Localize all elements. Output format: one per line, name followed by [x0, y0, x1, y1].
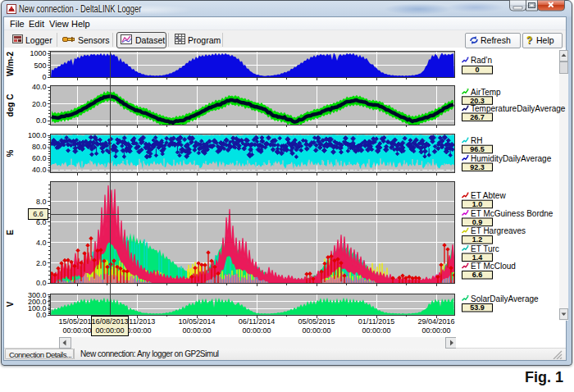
svg-text:1.0: 1.0	[472, 200, 483, 208]
svg-text:40.0: 40.0	[32, 83, 47, 91]
svg-text:HumidityDailyAverage: HumidityDailyAverage	[471, 154, 552, 163]
svg-text:53.9: 53.9	[470, 303, 485, 312]
svg-text:%: %	[6, 149, 15, 157]
svg-text:Rad’n: Rad’n	[471, 56, 492, 65]
svg-text:40.0: 40.0	[32, 166, 47, 174]
svg-text:00:00:00: 00:00:00	[302, 326, 330, 335]
svg-text:E: E	[6, 230, 15, 235]
svg-text:1.4: 1.4	[472, 253, 483, 262]
svg-text:20.0: 20.0	[32, 100, 47, 108]
svg-text:2.0: 2.0	[36, 259, 47, 267]
svg-text:500: 500	[34, 62, 46, 70]
svg-text:1000: 1000	[30, 49, 46, 57]
svg-text:60.0: 60.0	[32, 154, 47, 162]
svg-text:00:00:00: 00:00:00	[95, 326, 124, 335]
svg-text:29/04/2016: 29/04/2016	[417, 317, 454, 326]
svg-text:96.5: 96.5	[470, 145, 485, 153]
svg-text:00:00:00: 00:00:00	[421, 326, 450, 335]
svg-text:80.0: 80.0	[32, 143, 47, 151]
svg-text:0: 0	[42, 73, 46, 81]
svg-text:0.0: 0.0	[36, 279, 47, 287]
svg-text:26.7: 26.7	[470, 113, 485, 121]
svg-text:6.6: 6.6	[472, 271, 483, 279]
svg-text:16/08/2013: 16/08/2013	[91, 317, 128, 326]
svg-text:15/05/2013: 15/05/2013	[58, 317, 95, 326]
svg-text:0.0: 0.0	[36, 311, 47, 319]
svg-text:ET McCloud: ET McCloud	[471, 262, 516, 271]
svg-text:0.9: 0.9	[472, 218, 483, 226]
svg-text:10/05/2014: 10/05/2014	[178, 317, 215, 326]
svg-text:4.0: 4.0	[36, 239, 47, 247]
svg-text:AirTemp: AirTemp	[471, 88, 501, 97]
svg-text:100.0: 100.0	[28, 131, 47, 139]
svg-text:00:00:00: 00:00:00	[182, 326, 211, 335]
svg-text:ET McGuiness Bordne: ET McGuiness Bordne	[471, 209, 554, 218]
svg-text:TemperatureDailyAverage: TemperatureDailyAverage	[471, 104, 566, 113]
svg-text:SolarDailyAverage: SolarDailyAverage	[471, 294, 539, 303]
svg-text:ET Abtew: ET Abtew	[471, 191, 506, 200]
svg-text:RH: RH	[471, 136, 482, 145]
svg-text:01/11/2015: 01/11/2015	[358, 317, 394, 326]
svg-text:00:00:00: 00:00:00	[242, 326, 271, 335]
svg-text:V: V	[6, 301, 15, 307]
svg-text:ET Turc: ET Turc	[471, 244, 499, 253]
svg-text:00:00:00: 00:00:00	[62, 326, 91, 335]
svg-text:06/11/2014: 06/11/2014	[239, 317, 275, 326]
svg-text:8.0: 8.0	[36, 198, 47, 206]
svg-text:6.6: 6.6	[33, 210, 43, 218]
svg-text:deg C: deg C	[6, 94, 15, 117]
svg-text:05/05/2015: 05/05/2015	[298, 317, 335, 326]
svg-text:0: 0	[475, 66, 479, 74]
svg-text:ET Hargreaves: ET Hargreaves	[471, 226, 526, 235]
svg-text:W/m-2: W/m-2	[6, 52, 15, 76]
svg-text:92.3: 92.3	[470, 163, 485, 171]
svg-text:0.0: 0.0	[36, 116, 47, 125]
svg-text:00:00:00: 00:00:00	[362, 326, 390, 335]
svg-text:1.2: 1.2	[472, 235, 483, 244]
